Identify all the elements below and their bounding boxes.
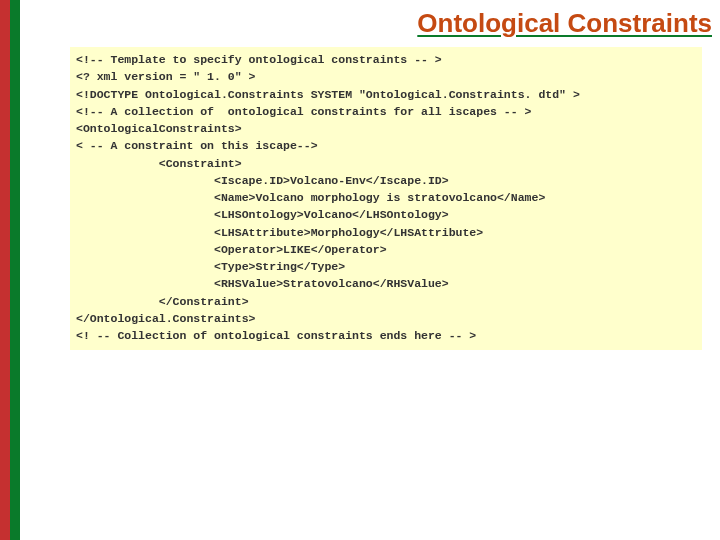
code-line: <Type>String</Type> (76, 258, 696, 275)
code-line: <? xml version = " 1. 0" > (76, 68, 696, 85)
code-line: <OntologicalConstraints> (76, 120, 696, 137)
decorative-red-stripe (0, 0, 10, 540)
code-line: <LHSOntology>Volcano</LHSOntology> (76, 206, 696, 223)
code-line: </Ontological.Constraints> (76, 310, 696, 327)
decorative-green-stripe (10, 0, 20, 540)
code-line: <! -- Collection of ontological constrai… (76, 327, 696, 344)
code-line: <Operator>LIKE</Operator> (76, 241, 696, 258)
slide-title: Ontological Constraints (20, 8, 712, 39)
code-line: <!DOCTYPE Ontological.Constraints SYSTEM… (76, 86, 696, 103)
code-line: <!-- A collection of ontological constra… (76, 103, 696, 120)
code-line: <Iscape.ID>Volcano-Env</Iscape.ID> (76, 172, 696, 189)
code-line: <RHSValue>Stratovolcano</RHSValue> (76, 275, 696, 292)
xml-code-block: <!-- Template to specify ontological con… (70, 47, 702, 350)
code-line: </Constraint> (76, 293, 696, 310)
code-line: <Constraint> (76, 155, 696, 172)
code-line: <LHSAttribute>Morphology</LHSAttribute> (76, 224, 696, 241)
code-line: <!-- Template to specify ontological con… (76, 51, 696, 68)
code-line: <Name>Volcano morphology is stratovolcan… (76, 189, 696, 206)
code-line: < -- A constraint on this iscape--> (76, 137, 696, 154)
